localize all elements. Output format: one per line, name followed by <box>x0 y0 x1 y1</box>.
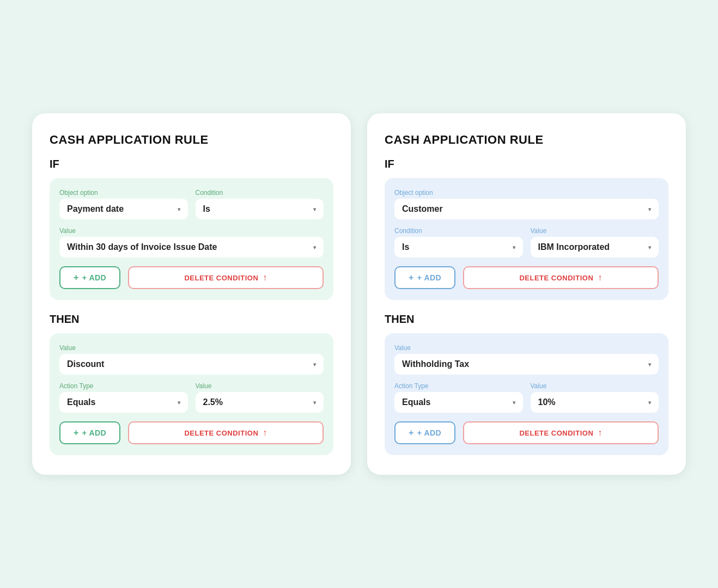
chevron-icon: ▾ <box>313 400 316 406</box>
right-if-value-dropdown[interactable]: IBM Incorporated ▾ <box>531 237 659 258</box>
left-then-value2-label: Value <box>196 382 324 390</box>
left-if-condition-label: Condition <box>196 189 324 197</box>
left-if-value-group: Value Within 30 days of Invoice Issue Da… <box>59 227 324 258</box>
chevron-icon: ▾ <box>513 244 515 250</box>
right-then-value2-label: Value <box>531 382 659 390</box>
chevron-icon: ▾ <box>648 206 651 212</box>
left-then-label: THEN <box>50 313 333 326</box>
plus-icon: + <box>74 273 79 283</box>
right-then-block: Value Withholding Tax ▾ Action Type Equa… <box>385 333 668 455</box>
left-then-action-type-group: Action Type Equals ▾ <box>59 382 188 413</box>
left-if-condition-dropdown[interactable]: Is ▾ <box>196 199 324 219</box>
right-card: CASH APPLICATION RULE IF Object option C… <box>367 113 686 475</box>
left-if-label: IF <box>50 158 333 170</box>
arrow-up-icon: ↑ <box>263 273 267 283</box>
right-if-block: Object option Customer ▾ Condition Is ▾ … <box>385 178 668 300</box>
plus-icon: + <box>409 273 414 283</box>
right-if-condition-group: Condition Is ▾ <box>394 227 523 258</box>
right-then-action-type-label: Action Type <box>394 382 523 390</box>
right-then-value-label: Value <box>394 344 659 352</box>
right-then-action-type-group: Action Type Equals ▾ <box>394 382 523 413</box>
chevron-icon: ▾ <box>178 400 180 406</box>
chevron-icon: ▾ <box>313 362 316 367</box>
left-then-value2-group: Value 2.5% ▾ <box>196 382 324 413</box>
left-then-action-row: + + ADD DELETE CONDITION ↑ <box>59 421 324 444</box>
right-then-add-button[interactable]: + + ADD <box>394 421 455 444</box>
page-wrapper: CASH APPLICATION RULE IF Object option P… <box>32 113 686 475</box>
left-then-delete-button[interactable]: DELETE CONDITION ↑ <box>128 421 324 444</box>
arrow-up-icon: ↑ <box>263 428 267 438</box>
left-then-value2-dropdown[interactable]: 2.5% ▾ <box>196 392 324 413</box>
left-then-add-button[interactable]: + + ADD <box>59 421 120 444</box>
right-if-delete-button[interactable]: DELETE CONDITION ↑ <box>463 266 659 289</box>
left-if-action-row: + + ADD DELETE CONDITION ↑ <box>59 266 324 289</box>
left-then-action-type-label: Action Type <box>59 382 188 390</box>
right-then-value-group: Value Withholding Tax ▾ <box>394 344 659 375</box>
chevron-icon: ▾ <box>313 206 316 212</box>
left-if-block: Object option Payment date ▾ Condition I… <box>50 178 333 300</box>
left-if-object-option-label: Object option <box>59 189 188 197</box>
chevron-icon: ▾ <box>648 244 651 250</box>
left-then-value-label: Value <box>59 344 324 352</box>
right-then-action-type-dropdown[interactable]: Equals ▾ <box>394 392 523 413</box>
right-card-title: CASH APPLICATION RULE <box>385 133 668 147</box>
chevron-icon: ▾ <box>178 206 180 212</box>
chevron-icon: ▾ <box>513 400 515 406</box>
right-then-label: THEN <box>385 313 668 326</box>
left-if-object-option-dropdown[interactable]: Payment date ▾ <box>59 199 188 219</box>
left-if-delete-button[interactable]: DELETE CONDITION ↑ <box>128 266 324 289</box>
right-if-value-group: Value IBM Incorporated ▾ <box>531 227 659 258</box>
arrow-up-icon: ↑ <box>598 273 603 283</box>
left-then-bottom-row: Action Type Equals ▾ Value 2.5% ▾ <box>59 382 324 413</box>
left-if-value-label: Value <box>59 227 324 235</box>
left-if-condition-group: Condition Is ▾ <box>196 189 324 219</box>
left-then-value-group: Value Discount ▾ <box>59 344 324 375</box>
left-if-object-option-group: Object option Payment date ▾ <box>59 189 188 219</box>
right-if-object-option-label: Object option <box>394 189 659 197</box>
left-card-title: CASH APPLICATION RULE <box>50 133 333 147</box>
chevron-icon: ▾ <box>648 400 651 406</box>
chevron-icon: ▾ <box>313 244 316 250</box>
right-then-action-row: + + ADD DELETE CONDITION ↑ <box>394 421 659 444</box>
plus-icon: + <box>74 428 79 438</box>
right-then-bottom-row: Action Type Equals ▾ Value 10% ▾ <box>394 382 659 413</box>
right-if-action-row: + + ADD DELETE CONDITION ↑ <box>394 266 659 289</box>
right-if-label: IF <box>385 158 668 170</box>
right-then-value2-dropdown[interactable]: 10% ▾ <box>531 392 659 413</box>
left-if-top-row: Object option Payment date ▾ Condition I… <box>59 189 324 219</box>
right-if-value-label: Value <box>531 227 659 235</box>
left-then-block: Value Discount ▾ Action Type Equals ▾ Va… <box>50 333 333 455</box>
right-then-delete-button[interactable]: DELETE CONDITION ↑ <box>463 421 659 444</box>
right-if-object-option-group: Object option Customer ▾ <box>394 189 659 219</box>
left-then-value-dropdown[interactable]: Discount ▾ <box>59 354 324 375</box>
right-then-value2-group: Value 10% ▾ <box>531 382 659 413</box>
right-if-bottom-row: Condition Is ▾ Value IBM Incorporated ▾ <box>394 227 659 258</box>
right-then-value-dropdown[interactable]: Withholding Tax ▾ <box>394 354 659 375</box>
right-if-condition-dropdown[interactable]: Is ▾ <box>394 237 523 258</box>
left-then-action-type-dropdown[interactable]: Equals ▾ <box>59 392 188 413</box>
plus-icon: + <box>409 428 414 438</box>
left-if-value-dropdown[interactable]: Within 30 days of Invoice Issue Date ▾ <box>59 237 324 258</box>
chevron-icon: ▾ <box>648 362 651 367</box>
right-if-object-option-dropdown[interactable]: Customer ▾ <box>394 199 659 219</box>
left-card: CASH APPLICATION RULE IF Object option P… <box>32 113 351 475</box>
arrow-up-icon: ↑ <box>598 428 603 438</box>
left-if-add-button[interactable]: + + ADD <box>59 266 120 289</box>
right-if-condition-label: Condition <box>394 227 523 235</box>
right-if-add-button[interactable]: + + ADD <box>394 266 455 289</box>
